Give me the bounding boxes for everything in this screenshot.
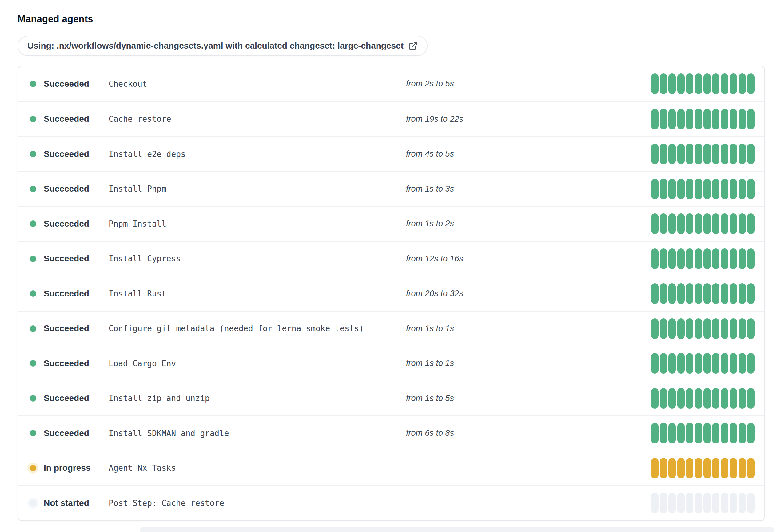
bar-segment: [739, 109, 746, 129]
bar-segment: [668, 179, 676, 199]
bar-segment: [703, 74, 711, 94]
bar-segment: [712, 388, 719, 409]
status-dot-halo: [27, 462, 38, 474]
step-duration: from 1s to 5s: [406, 394, 651, 403]
bar-segment: [730, 493, 737, 513]
bar-segment: [747, 283, 755, 304]
bar-segment: [712, 318, 719, 339]
agents-progress-bar: [651, 109, 755, 129]
step-name: Agent Nx Tasks: [109, 463, 406, 473]
status-dot-halo: [27, 183, 38, 194]
bar-segment: [660, 144, 667, 164]
bar-segment: [730, 179, 737, 199]
bar-segment: [651, 423, 659, 443]
bar-segment: [703, 249, 711, 269]
bar-segment: [686, 214, 693, 234]
bar-segment: [730, 74, 737, 94]
agents-progress-bar: [651, 214, 755, 234]
bar-segment: [739, 249, 746, 269]
bar-segment: [677, 458, 685, 479]
status-dot-icon: [30, 151, 36, 157]
bar-segment: [730, 144, 737, 164]
bar-segment: [739, 283, 746, 304]
bar-segment: [668, 388, 676, 409]
step-duration: from 4s to 5s: [406, 149, 651, 159]
bar-segment: [695, 109, 702, 129]
bar-segment: [703, 458, 711, 479]
bar-segment: [660, 109, 667, 129]
agent-step-row[interactable]: Succeeded Install zip and unzip from 1s …: [18, 381, 764, 416]
agent-step-row[interactable]: Succeeded Install Rust from 20s to 32s: [18, 276, 764, 311]
agent-step-row[interactable]: Succeeded Cache restore from 19s to 22s: [18, 102, 764, 137]
step-duration: from 1s to 2s: [406, 219, 651, 229]
status-label: Succeeded: [44, 184, 109, 194]
agent-step-row[interactable]: Succeeded Install SDKMAN and gradle from…: [18, 415, 764, 450]
bar-segment: [660, 388, 667, 409]
status-dot-icon: [30, 81, 36, 87]
agent-step-row[interactable]: Succeeded Install Pnpm from 1s to 3s: [18, 171, 764, 206]
bar-segment: [686, 283, 693, 304]
agents-card: Succeeded Checkout from 2s to 5s Succeed…: [17, 66, 765, 521]
bar-segment: [695, 493, 702, 513]
bar-segment: [721, 214, 729, 234]
agent-step-row[interactable]: Succeeded Install e2e deps from 4s to 5s: [18, 136, 764, 171]
bar-segment: [712, 353, 719, 374]
step-name: Install zip and unzip: [109, 394, 406, 403]
bar-segment: [686, 74, 693, 94]
step-duration: from 20s to 32s: [406, 289, 651, 298]
bar-segment: [721, 179, 729, 199]
agent-step-row[interactable]: Not started Post Step: Cache restore: [18, 485, 764, 520]
bar-segment: [721, 493, 729, 513]
bar-segment: [651, 249, 659, 269]
external-link-icon[interactable]: [409, 41, 418, 50]
bar-segment: [668, 283, 676, 304]
bar-segment: [695, 423, 702, 443]
status-dot-halo: [27, 498, 38, 509]
bar-segment: [695, 318, 702, 339]
bar-segment: [721, 144, 729, 164]
step-duration: from 2s to 5s: [406, 79, 651, 89]
bar-segment: [703, 214, 711, 234]
bar-segment: [660, 214, 667, 234]
bar-segment: [651, 109, 659, 129]
bar-segment: [695, 74, 702, 94]
agent-step-row[interactable]: Succeeded Load Cargo Env from 1s to 1s: [18, 346, 764, 381]
bar-segment: [660, 283, 667, 304]
bar-segment: [686, 318, 693, 339]
bar-segment: [730, 283, 737, 304]
bar-segment: [686, 179, 693, 199]
status-label: Succeeded: [44, 254, 109, 264]
bar-segment: [651, 318, 659, 339]
bar-segment: [686, 458, 693, 479]
bar-segment: [677, 179, 685, 199]
step-name: Post Step: Cache restore: [109, 499, 406, 508]
page-title: Managed agents: [17, 13, 765, 25]
status-label: Succeeded: [44, 149, 109, 159]
status-label: Succeeded: [44, 219, 109, 229]
agents-progress-bar: [651, 318, 755, 339]
bar-segment: [677, 388, 685, 409]
bar-segment: [651, 214, 659, 234]
bar-segment: [668, 214, 676, 234]
bar-segment: [677, 353, 685, 374]
bar-segment: [695, 283, 702, 304]
agents-progress-bar: [651, 353, 755, 374]
status-label: Not started: [44, 498, 109, 508]
status-dot-icon: [30, 325, 36, 332]
bar-segment: [747, 493, 755, 513]
agent-step-row[interactable]: Succeeded Install Cypress from 12s to 16…: [18, 241, 764, 276]
bar-segment: [747, 388, 755, 409]
agent-step-row[interactable]: Succeeded Configure git metadata (needed…: [18, 311, 764, 346]
agent-step-row[interactable]: Succeeded Pnpm Install from 1s to 2s: [18, 206, 764, 241]
agent-step-row[interactable]: In progress Agent Nx Tasks: [18, 450, 764, 486]
bar-segment: [747, 74, 755, 94]
bar-segment: [660, 249, 667, 269]
next-section-peek: [140, 527, 774, 532]
agents-progress-bar: [651, 283, 755, 304]
workflow-banner[interactable]: Using: .nx/workflows/dynamic-changesets.…: [17, 36, 428, 56]
agent-step-row[interactable]: Succeeded Checkout from 2s to 5s: [18, 66, 764, 102]
status-dot-icon: [30, 221, 36, 227]
bar-segment: [747, 318, 755, 339]
bar-segment: [712, 493, 719, 513]
bar-segment: [668, 109, 676, 129]
